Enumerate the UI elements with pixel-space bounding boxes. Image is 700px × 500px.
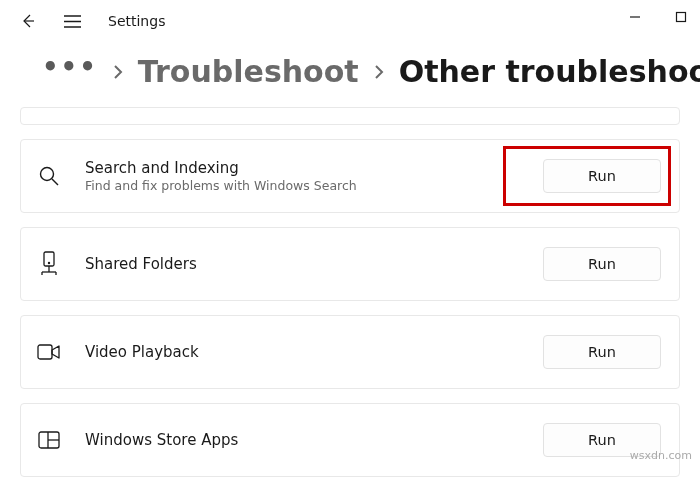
breadcrumb: ••• Troubleshoot Other troubleshooters [0,42,700,107]
back-arrow-icon [20,13,36,29]
chevron-right-icon [373,64,385,80]
chevron-right-icon [112,64,124,80]
card-text: Video Playback [85,343,543,361]
minimize-icon [629,11,641,23]
maximize-icon [675,11,687,23]
svg-point-9 [48,262,50,264]
breadcrumb-current: Other troubleshooters [399,54,700,89]
card-text: Search and Indexing Find and fix problem… [85,159,543,193]
breadcrumb-overflow[interactable]: ••• [42,60,98,84]
window-controls [626,8,690,26]
maximize-button[interactable] [672,8,690,26]
titlebar: Settings [0,0,700,42]
back-button[interactable] [10,3,46,39]
hamburger-icon [64,15,81,28]
minimize-button[interactable] [626,8,644,26]
card-text: Shared Folders [85,255,543,273]
card-title: Shared Folders [85,255,543,273]
run-button[interactable]: Run [543,247,661,281]
breadcrumb-parent[interactable]: Troubleshoot [138,54,359,89]
svg-rect-14 [38,345,52,359]
content: Search and Indexing Find and fix problem… [0,107,700,477]
shared-folders-icon [35,250,63,278]
watermark: wsxdn.com [630,449,692,462]
svg-line-7 [52,179,58,185]
menu-button[interactable] [54,3,90,39]
run-button[interactable]: Run [543,335,661,369]
card-title: Video Playback [85,343,543,361]
troubleshooter-card-shared-folders[interactable]: Shared Folders Run [20,227,680,301]
apps-icon [35,426,63,454]
card-text: Windows Store Apps [85,431,543,449]
troubleshooter-card-windows-store-apps[interactable]: Windows Store Apps Run [20,403,680,477]
card-title: Windows Store Apps [85,431,543,449]
run-button[interactable]: Run [543,159,661,193]
svg-rect-5 [677,13,686,22]
svg-point-6 [41,168,54,181]
troubleshooter-card-video-playback[interactable]: Video Playback Run [20,315,680,389]
video-icon [35,338,63,366]
app-title: Settings [108,13,165,29]
card-title: Search and Indexing [85,159,543,177]
troubleshooter-card-search-indexing[interactable]: Search and Indexing Find and fix problem… [20,139,680,213]
search-icon [35,162,63,190]
card-description: Find and fix problems with Windows Searc… [85,178,543,193]
card-stub [20,107,680,125]
